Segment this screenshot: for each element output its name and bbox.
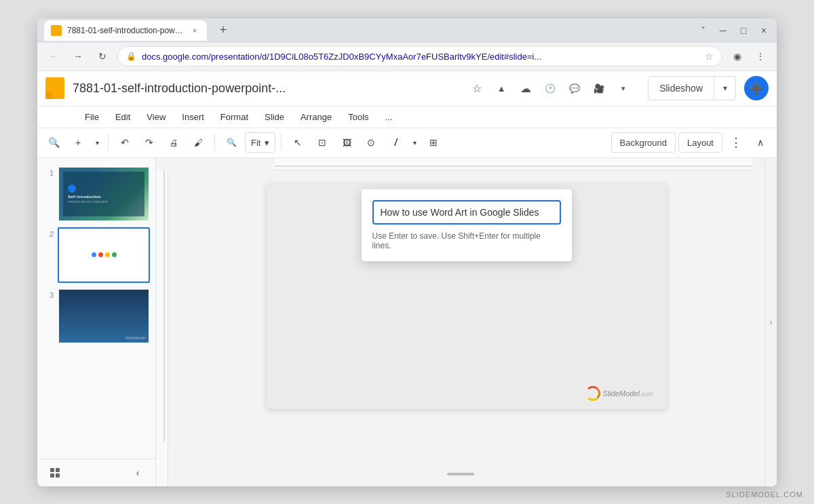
- menu-arrange[interactable]: Arrange: [294, 109, 338, 125]
- format-toolbar: 🔍 + ▾ ↶ ↷ 🖨 🖌 🔍 Fit ▾ ↖ ⊡ 🖼 ⊙ / ▾ ⊞ Back…: [37, 128, 777, 158]
- drive-icon-btn[interactable]: ▲: [490, 77, 512, 99]
- zoom-in-btn[interactable]: +: [67, 132, 89, 153]
- close-button[interactable]: ×: [758, 25, 770, 36]
- logo-ring-icon: [585, 386, 600, 401]
- image-tool-btn[interactable]: 🖼: [336, 132, 357, 153]
- line-tool-btn[interactable]: /: [385, 132, 406, 153]
- forward-button[interactable]: →: [69, 47, 88, 66]
- slideshow-button-group: Slideshow ▾: [648, 76, 736, 100]
- undo-btn[interactable]: ↶: [114, 132, 136, 153]
- line-caret-btn[interactable]: ▾: [409, 132, 420, 153]
- app-toolbar: 7881-01-self-introduction-powerpoint-...…: [37, 71, 777, 106]
- word-art-dialog: Use Enter to save. Use Shift+Enter for m…: [362, 189, 572, 261]
- minimize-button[interactable]: ─: [717, 25, 729, 36]
- canvas-main[interactable]: Use Enter to save. Use Shift+Enter for m…: [168, 170, 764, 486]
- toolbar-separator-2: [214, 134, 215, 151]
- menu-insert[interactable]: Insert: [175, 109, 211, 125]
- toolbar-right: Background Layout ⋮ ∧: [611, 132, 771, 153]
- menu-view[interactable]: View: [140, 109, 172, 125]
- toolbar-more-btn[interactable]: ⋮: [725, 132, 747, 153]
- google-slides-logo: [45, 77, 64, 99]
- history-icon-btn[interactable]: 🕐: [539, 77, 561, 99]
- profile-icon-btn[interactable]: ◉: [728, 47, 747, 66]
- menu-more[interactable]: ...: [379, 109, 400, 125]
- logo-text: SlideModel.com: [603, 389, 653, 398]
- tab-close-button[interactable]: ×: [189, 25, 200, 36]
- toolbar-separator-3: [281, 134, 282, 151]
- chrome-more-button[interactable]: ⋮: [751, 47, 770, 66]
- comment-icon-btn[interactable]: 💬: [564, 77, 585, 99]
- slide-item[interactable]: 3 SlideModel: [37, 286, 155, 347]
- zoom-level-btn[interactable]: 🔍: [220, 132, 242, 153]
- svg-rect-1: [56, 468, 60, 472]
- tab-favicon: [51, 25, 62, 36]
- fit-caret-icon: ▾: [265, 138, 269, 148]
- scroll-handle: [447, 473, 474, 476]
- zoom-search-btn[interactable]: 🔍: [43, 132, 64, 153]
- browser-tab[interactable]: 7881-01-self-introduction-powe... ×: [44, 20, 207, 41]
- app-toolbar-icons: ☆ ▲ ☁ 🕐 💬 🎥 ▾: [466, 77, 634, 99]
- menu-tools[interactable]: Tools: [341, 109, 375, 125]
- select-tool-btn[interactable]: ⊡: [311, 132, 333, 153]
- slide-number: 3: [43, 288, 54, 299]
- watermark: SLIDEMODEL.COM: [726, 490, 803, 499]
- star-icon-btn[interactable]: ☆: [466, 77, 488, 99]
- menu-edit[interactable]: Edit: [109, 109, 137, 125]
- lock-icon: 🔒: [126, 52, 136, 61]
- s1-title-text: Self Introduction: [68, 195, 101, 199]
- video-caret-icon[interactable]: ▾: [613, 77, 634, 99]
- word-art-input[interactable]: [372, 200, 561, 225]
- bookmark-icon[interactable]: ☆: [705, 51, 714, 62]
- comment-tool-btn[interactable]: ⊞: [423, 132, 444, 153]
- right-panel-handle[interactable]: ›: [764, 158, 777, 486]
- layout-button[interactable]: Layout: [678, 132, 722, 153]
- share-button[interactable]: ➕: [744, 76, 769, 100]
- maximize-button[interactable]: □: [737, 25, 750, 36]
- cloud-icon-btn[interactable]: ☁: [515, 77, 537, 99]
- slide-page: Use Enter to save. Use Shift+Enter for m…: [267, 184, 667, 409]
- print-btn[interactable]: 🖨: [163, 132, 185, 153]
- slide-number: 1: [43, 166, 54, 177]
- new-tab-button[interactable]: +: [214, 21, 233, 40]
- slide-item[interactable]: 2: [37, 225, 155, 286]
- slides-panel: 1 Self Introduction PRESENTATION TEMPLAT…: [37, 158, 156, 486]
- toolbar-separator-1: [108, 134, 109, 151]
- menu-file[interactable]: File: [78, 109, 106, 125]
- cursor-tool-btn[interactable]: ↖: [287, 132, 309, 153]
- menu-bar: File Edit View Insert Format Slide Arran…: [37, 106, 777, 128]
- chevron-icon: ˅: [697, 25, 709, 36]
- add-person-icon: ➕: [750, 82, 763, 95]
- tab-title: 7881-01-self-introduction-powe...: [67, 26, 184, 35]
- panel-collapse-button[interactable]: ‹: [128, 463, 147, 482]
- url-text: docs.google.com/presentation/d/1D9CiL08o…: [142, 52, 699, 62]
- refresh-button[interactable]: ↻: [93, 47, 112, 66]
- slideshow-button[interactable]: Slideshow: [648, 76, 714, 100]
- paint-format-btn[interactable]: 🖌: [187, 132, 209, 153]
- title-bar: 7881-01-self-introduction-powe... × + ˅ …: [37, 18, 777, 43]
- doc-title[interactable]: 7881-01-self-introduction-powerpoint-...: [73, 81, 458, 96]
- toolbar-collapse-btn[interactable]: ∧: [750, 132, 771, 153]
- address-right-icons: ◉ ⋮: [728, 47, 770, 66]
- canvas-inner: Use Enter to save. Use Shift+Enter for m…: [156, 170, 764, 486]
- background-button[interactable]: Background: [611, 132, 676, 153]
- slide-item[interactable]: 1 Self Introduction PRESENTATION TEMPLAT…: [37, 163, 155, 225]
- zoom-caret-btn[interactable]: ▾: [92, 132, 102, 153]
- slide-logo: SlideModel.com: [585, 386, 653, 401]
- menu-slide[interactable]: Slide: [258, 109, 291, 125]
- word-art-hint: Use Enter to save. Use Shift+Enter for m…: [372, 231, 561, 250]
- slide-thumbnail-active[interactable]: [58, 227, 150, 283]
- address-input[interactable]: 🔒 docs.google.com/presentation/d/1D9CiL0…: [117, 46, 722, 66]
- fit-dropdown[interactable]: Fit ▾: [245, 132, 275, 153]
- menu-format[interactable]: Format: [214, 109, 255, 125]
- grid-view-button[interactable]: [45, 463, 64, 482]
- canvas-area: Use Enter to save. Use Shift+Enter for m…: [156, 158, 764, 486]
- s1-avatar: [68, 185, 76, 193]
- video-icon-btn[interactable]: 🎥: [588, 77, 610, 99]
- slideshow-dropdown-button[interactable]: ▾: [714, 76, 736, 100]
- shape-tool-btn[interactable]: ⊙: [360, 132, 382, 153]
- back-button[interactable]: ←: [44, 47, 63, 66]
- svg-rect-2: [50, 473, 54, 478]
- slide-thumbnail[interactable]: Self Introduction PRESENTATION TEMPLATE: [58, 166, 150, 222]
- redo-btn[interactable]: ↷: [138, 132, 160, 153]
- slide-thumbnail[interactable]: SlideModel: [58, 288, 150, 344]
